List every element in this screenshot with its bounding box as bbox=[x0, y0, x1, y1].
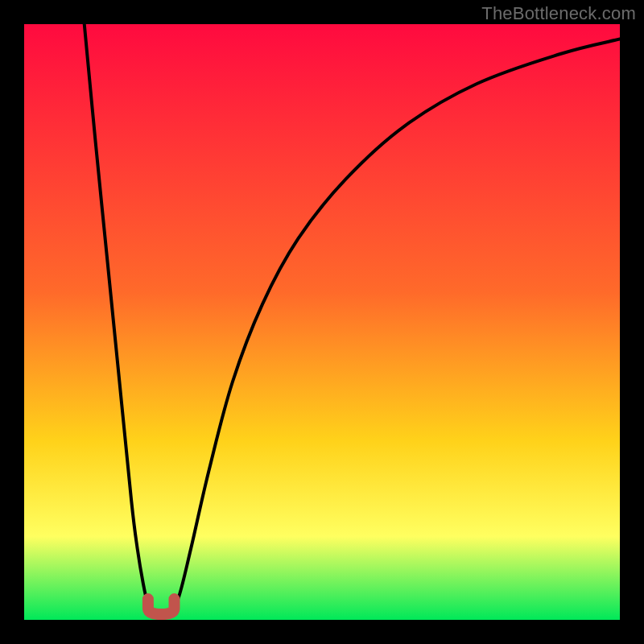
attribution-label: TheBottleneck.com bbox=[481, 3, 636, 24]
chart-stage: TheBottleneck.com bbox=[0, 0, 644, 644]
bottleneck-plot bbox=[24, 24, 620, 620]
